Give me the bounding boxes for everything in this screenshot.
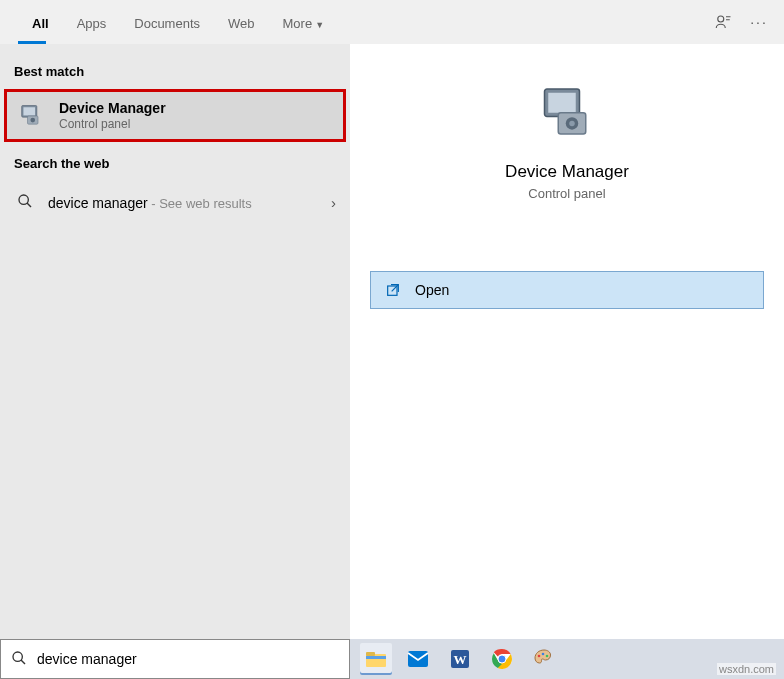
section-search-web: Search the web: [0, 156, 350, 179]
search-icon: [14, 193, 36, 212]
svg-line-6: [27, 203, 31, 207]
svg-point-11: [569, 121, 575, 127]
tab-all[interactable]: All: [18, 4, 63, 41]
svg-line-14: [21, 660, 25, 664]
result-subtitle: Control panel: [59, 117, 166, 131]
web-hint-text: - See web results: [148, 196, 252, 211]
svg-rect-2: [23, 107, 35, 115]
preview-pane: Device Manager Control panel Open: [350, 44, 784, 639]
web-result[interactable]: device manager - See web results ›: [0, 179, 350, 226]
tab-more[interactable]: More▼: [269, 4, 339, 41]
svg-point-4: [30, 117, 35, 122]
svg-point-0: [718, 16, 724, 22]
chevron-down-icon: ▼: [315, 20, 324, 30]
device-manager-icon: [17, 102, 45, 130]
feedback-icon[interactable]: [708, 7, 738, 37]
result-title: Device Manager: [59, 100, 166, 116]
svg-rect-17: [366, 656, 386, 659]
preview-subtitle: Control panel: [528, 186, 605, 201]
taskbar-app-paint[interactable]: [528, 643, 560, 675]
tab-web[interactable]: Web: [214, 4, 269, 41]
section-best-match: Best match: [0, 64, 350, 87]
results-list: Best match Device Manager Control panel …: [0, 44, 350, 639]
search-icon: [11, 650, 27, 669]
device-manager-large-icon: [537, 84, 597, 144]
open-label: Open: [415, 282, 449, 298]
search-input[interactable]: [37, 651, 339, 667]
tab-apps[interactable]: Apps: [63, 4, 121, 41]
taskbar-app-chrome[interactable]: [486, 643, 518, 675]
open-button[interactable]: Open: [370, 271, 764, 309]
svg-point-26: [546, 655, 549, 658]
taskbar-app-word[interactable]: W: [444, 643, 476, 675]
svg-point-25: [542, 653, 545, 656]
svg-rect-8: [548, 93, 576, 113]
svg-point-5: [19, 195, 28, 204]
preview-title: Device Manager: [505, 162, 629, 182]
filter-tabs: All Apps Documents Web More▼ ···: [0, 0, 784, 44]
open-icon: [385, 282, 401, 298]
svg-point-13: [13, 652, 22, 661]
active-tab-indicator: [18, 41, 46, 44]
result-device-manager[interactable]: Device Manager Control panel: [4, 89, 346, 142]
svg-point-24: [538, 655, 541, 658]
watermark: wsxdn.com: [717, 663, 776, 675]
svg-rect-16: [366, 652, 375, 656]
chevron-right-icon: ›: [331, 194, 336, 211]
more-options-icon[interactable]: ···: [744, 7, 774, 37]
search-input-bar[interactable]: [0, 639, 350, 679]
taskbar-app-explorer[interactable]: [360, 643, 392, 675]
taskbar-app-mail[interactable]: [402, 643, 434, 675]
svg-text:W: W: [454, 652, 467, 667]
web-query-text: device manager: [48, 195, 148, 211]
tab-documents[interactable]: Documents: [120, 4, 214, 41]
